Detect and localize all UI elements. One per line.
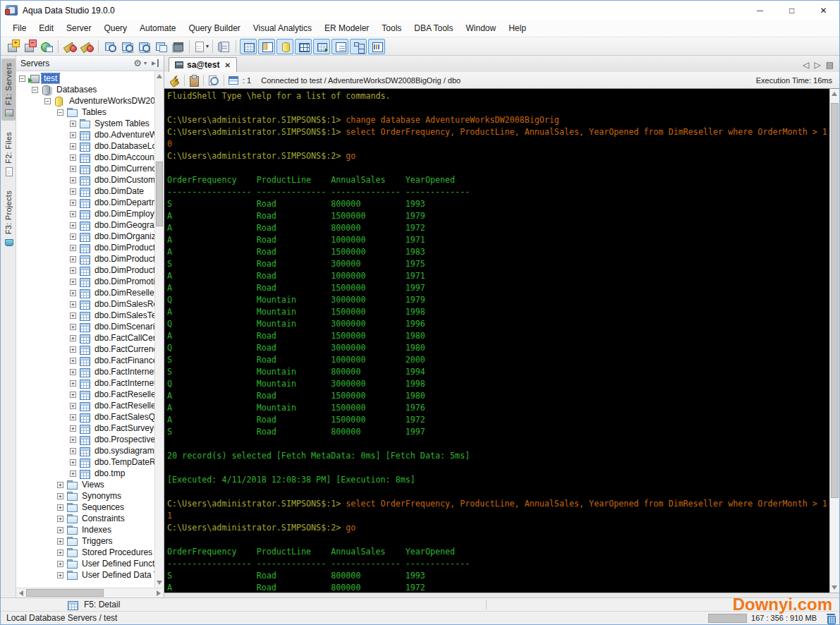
tree-node-dbo-dimsalesterr[interactable]: +dbo.DimSalesTerr	[16, 310, 154, 321]
expand-expander-icon[interactable]: +	[70, 267, 76, 274]
tree-node-dbo-factinternet[interactable]: +dbo.FactInternet	[16, 366, 154, 377]
tree-node-databases[interactable]: −Databases	[16, 84, 154, 95]
disconnect-button[interactable]	[61, 39, 78, 54]
expand-expander-icon[interactable]: +	[70, 459, 76, 466]
expand-expander-icon[interactable]: +	[57, 538, 63, 545]
expand-expander-icon[interactable]: +	[70, 188, 76, 195]
server-connect-button[interactable]	[38, 39, 55, 54]
tree-node-dbo-factsalesqu[interactable]: +dbo.FactSalesQu	[16, 411, 154, 423]
chart-view-button[interactable]	[368, 39, 385, 54]
expand-expander-icon[interactable]: +	[57, 504, 63, 511]
connection-plug-icon[interactable]	[169, 75, 180, 86]
new-document-button[interactable]: ▾	[193, 39, 209, 54]
tree-node-dbo-dimscenario[interactable]: +dbo.DimScenario	[16, 321, 154, 332]
expand-expander-icon[interactable]: +	[70, 290, 76, 296]
collapse-panel-icon[interactable]	[152, 59, 159, 67]
menu-server[interactable]: Server	[60, 21, 97, 35]
tree-node-tables[interactable]: −Tables	[16, 107, 154, 118]
pivot-view-button[interactable]	[313, 39, 330, 54]
tree-node-system-tables[interactable]: +System Tables	[16, 118, 154, 129]
gear-icon[interactable]: ⚙	[133, 59, 142, 68]
expand-expander-icon[interactable]: +	[70, 233, 76, 240]
query-results-button[interactable]	[118, 39, 135, 54]
expand-expander-icon[interactable]: +	[70, 403, 76, 409]
query-analyzer-button[interactable]	[102, 39, 118, 54]
tab-sa-test[interactable]: sa@test ✕	[169, 57, 237, 72]
tree-node-dbo-factreseller[interactable]: +dbo.FactReseller	[16, 389, 154, 400]
expand-expander-icon[interactable]: +	[57, 550, 63, 556]
expand-expander-icon[interactable]: +	[70, 335, 76, 341]
dock-tab-f1-servers[interactable]: F1: Servers	[1, 59, 16, 121]
expand-expander-icon[interactable]: +	[70, 256, 76, 262]
tree-node-dbo-dimorganiza[interactable]: +dbo.DimOrganiza	[16, 231, 154, 242]
detail-label[interactable]: F5: Detail	[84, 600, 120, 609]
expand-expander-icon[interactable]: +	[57, 482, 63, 488]
tree-node-dbo-dimaccount[interactable]: +dbo.DimAccount	[16, 152, 154, 163]
menu-query[interactable]: Query	[97, 21, 133, 35]
scrollbar-thumb[interactable]	[831, 103, 839, 498]
grid-view-button[interactable]	[240, 39, 257, 54]
expand-expander-icon[interactable]: +	[57, 572, 63, 578]
menu-edit[interactable]: Edit	[32, 21, 60, 35]
console-scrollbar[interactable]	[829, 89, 839, 593]
scroll-down-icon[interactable]	[157, 581, 162, 585]
tables-dark-button[interactable]	[169, 39, 186, 54]
tab-scroll-left-icon[interactable]: ◁	[803, 60, 809, 70]
tree-node-dbo-dimemployee[interactable]: +dbo.DimEmployee	[16, 208, 154, 219]
menu-visual-analytics[interactable]: Visual Analytics	[247, 21, 318, 35]
tree-node-dbo-factcurrenc[interactable]: +dbo.FactCurrenc	[16, 344, 154, 355]
tree-node-dbo-dimproductc[interactable]: +dbo.DimProductC	[16, 253, 154, 265]
expand-expander-icon[interactable]: +	[70, 358, 76, 364]
tree-node-dbo-dimcurrency[interactable]: +dbo.DimCurrency	[16, 163, 154, 174]
scrollbar-thumb[interactable]	[26, 589, 104, 597]
sidebar-horizontal-scrollbar[interactable]	[16, 588, 164, 597]
server-add-button[interactable]	[4, 39, 21, 54]
panel-view-button[interactable]	[258, 39, 275, 54]
menu-tools[interactable]: Tools	[375, 21, 408, 35]
expand-expander-icon[interactable]: +	[57, 527, 63, 533]
expand-expander-icon[interactable]: +	[70, 392, 76, 398]
org-view-button[interactable]	[350, 39, 367, 54]
expand-expander-icon[interactable]: +	[70, 324, 76, 330]
search-results-icon[interactable]	[208, 75, 219, 86]
tree-node-synonyms[interactable]: +Synonyms	[16, 490, 154, 502]
tree-node-sequences[interactable]: +Sequences	[16, 502, 154, 513]
collapse-expander-icon[interactable]: −	[57, 109, 63, 116]
tree-node-dbo-dimdate[interactable]: +dbo.DimDate	[16, 186, 154, 197]
close-button[interactable]: ✕	[808, 1, 839, 20]
menu-file[interactable]: File	[6, 21, 32, 35]
collapse-expander-icon[interactable]: −	[19, 75, 25, 82]
expand-expander-icon[interactable]: +	[70, 425, 76, 432]
trash-icon[interactable]	[827, 614, 835, 623]
tree-node-adventureworksdw2008[interactable]: −AdventureWorksDW2008	[16, 95, 154, 107]
expand-expander-icon[interactable]: +	[70, 154, 76, 161]
tab-close-icon[interactable]: ✕	[224, 61, 230, 69]
scroll-left-icon[interactable]	[19, 590, 23, 596]
expand-expander-icon[interactable]: +	[57, 493, 63, 499]
table-view-button[interactable]	[295, 39, 312, 54]
scroll-down-icon[interactable]	[832, 585, 837, 590]
expand-expander-icon[interactable]: +	[57, 516, 63, 522]
minimize-button[interactable]: ─	[744, 1, 776, 20]
collapse-expander-icon[interactable]: −	[32, 87, 38, 93]
expand-expander-icon[interactable]: +	[70, 346, 76, 353]
expand-expander-icon[interactable]: +	[57, 561, 63, 567]
tree-node-dbo-factcallcent[interactable]: +dbo.FactCallCent	[16, 332, 154, 344]
expand-expander-icon[interactable]: +	[70, 222, 76, 229]
tree-node-dbo-dimproduct[interactable]: +dbo.DimProduct	[16, 242, 154, 253]
tree-node-dbo-dimpromotio[interactable]: +dbo.DimPromotio	[16, 276, 154, 287]
scrollbar-thumb[interactable]	[156, 162, 163, 226]
expand-expander-icon[interactable]: +	[70, 279, 76, 285]
tree-node-stored-procedures[interactable]: +Stored Procedures	[16, 547, 154, 558]
tree-node-dbo-dimdepartme[interactable]: +dbo.DimDepartme	[16, 197, 154, 208]
tree-node-triggers[interactable]: +Triggers	[16, 535, 154, 547]
tree-node-dbo-tempdatera[interactable]: +dbo.TempDateRa	[16, 456, 154, 468]
expand-expander-icon[interactable]: +	[70, 301, 76, 308]
list-view-button[interactable]	[331, 39, 348, 54]
disconnect-alt-button[interactable]	[78, 39, 95, 54]
tree-node-dbo-factfinance[interactable]: +dbo.FactFinance	[16, 355, 154, 366]
scroll-up-icon[interactable]	[157, 74, 162, 78]
tree-node-dbo-factinternet[interactable]: +dbo.FactInternet	[16, 377, 154, 389]
tree-node-views[interactable]: +Views	[16, 479, 154, 490]
script-button[interactable]	[216, 39, 233, 54]
